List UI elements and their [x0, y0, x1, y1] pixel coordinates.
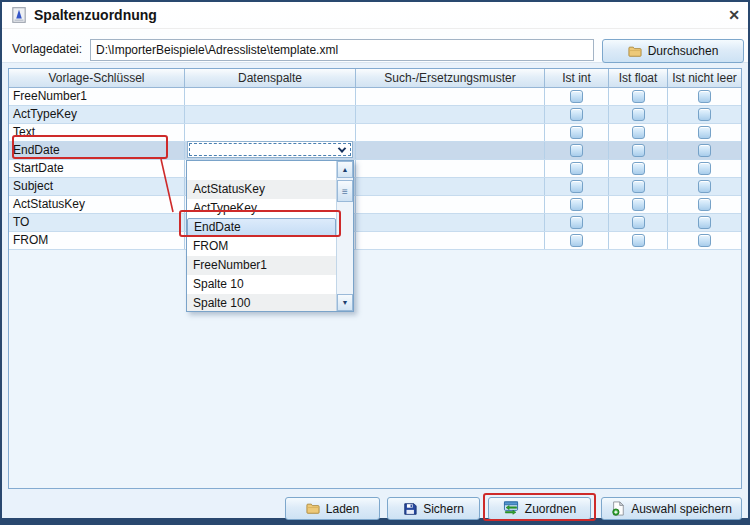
table-row-enddate-selected[interactable]: EndDate: [9, 142, 741, 160]
scroll-up-icon[interactable]: ▲: [337, 161, 353, 178]
checkbox-ist-float[interactable]: [632, 162, 645, 175]
checkbox-ist-float[interactable]: [632, 234, 645, 247]
cell-suchmuster[interactable]: [356, 124, 545, 141]
cell-key[interactable]: ActTypeKey: [9, 106, 185, 123]
cell-ist-int: [545, 178, 609, 195]
checkbox-ist-nicht-leer[interactable]: [698, 234, 711, 247]
cell-datenspalte[interactable]: [185, 106, 356, 123]
table-row-to[interactable]: TO: [9, 214, 741, 232]
checkbox-ist-nicht-leer[interactable]: [698, 90, 711, 103]
table-row-actstatuskey[interactable]: ActStatusKey: [9, 196, 741, 214]
cell-suchmuster[interactable]: [356, 232, 545, 249]
checkbox-ist-int[interactable]: [570, 90, 583, 103]
cell-key[interactable]: FreeNumber1: [9, 88, 185, 105]
checkbox-ist-int[interactable]: [570, 144, 583, 157]
table-row-freenumber1[interactable]: FreeNumber1: [9, 88, 741, 106]
dropdown-item-spalte-100[interactable]: Spalte 100: [187, 294, 336, 311]
dropdown-item-empty[interactable]: [187, 161, 336, 180]
cell-key[interactable]: EndDate: [9, 142, 185, 159]
cell-ist-nicht-leer: [668, 160, 741, 177]
cell-key[interactable]: FROM: [9, 232, 185, 249]
checkbox-ist-float[interactable]: [632, 144, 645, 157]
scrollbar-thumb[interactable]: ≡: [337, 180, 353, 202]
checkbox-ist-int[interactable]: [570, 234, 583, 247]
cell-suchmuster[interactable]: [356, 196, 545, 213]
checkbox-ist-int[interactable]: [570, 108, 583, 121]
dropdown-item-freenumber1[interactable]: FreeNumber1: [187, 256, 336, 275]
cell-key[interactable]: Text: [9, 124, 185, 141]
cell-ist-nicht-leer: [668, 124, 741, 141]
template-file-input[interactable]: [90, 39, 594, 61]
cell-suchmuster[interactable]: [356, 214, 545, 231]
checkbox-ist-nicht-leer[interactable]: [698, 180, 711, 193]
checkbox-ist-float[interactable]: [632, 216, 645, 229]
save-button[interactable]: Sichern: [387, 497, 480, 520]
cell-suchmuster[interactable]: [356, 88, 545, 105]
checkbox-ist-nicht-leer[interactable]: [698, 162, 711, 175]
table-row-text[interactable]: Text: [9, 124, 741, 142]
cell-key[interactable]: TO: [9, 214, 185, 231]
checkbox-ist-nicht-leer[interactable]: [698, 198, 711, 211]
table-row-acttypekey[interactable]: ActTypeKey: [9, 106, 741, 124]
save-selection-button[interactable]: Auswahl speichern: [601, 497, 742, 520]
dropdown-item-actstatuskey[interactable]: ActStatusKey: [187, 180, 336, 199]
cell-suchmuster[interactable]: [356, 178, 545, 195]
load-button[interactable]: Laden: [285, 497, 380, 520]
checkbox-ist-nicht-leer[interactable]: [698, 144, 711, 157]
combobox-dropdown-zone[interactable]: [333, 143, 351, 156]
cell-ist-int: [545, 214, 609, 231]
cell-ist-nicht-leer: [668, 232, 741, 249]
cell-datenspalte[interactable]: [185, 124, 356, 141]
checkbox-ist-int[interactable]: [570, 198, 583, 211]
assign-button[interactable]: Zuordnen: [488, 497, 591, 520]
checkbox-ist-float[interactable]: [632, 90, 645, 103]
cell-ist-int: [545, 88, 609, 105]
close-icon[interactable]: ✕: [724, 5, 744, 25]
checkbox-ist-int[interactable]: [570, 126, 583, 139]
dropdown-item-from[interactable]: FROM: [187, 237, 336, 256]
chevron-down-icon: [338, 144, 346, 152]
app-icon: [10, 6, 28, 24]
checkbox-ist-int[interactable]: [570, 216, 583, 229]
cell-ist-int: [545, 232, 609, 249]
table-row-subject[interactable]: Subject: [9, 178, 741, 196]
checkbox-ist-float[interactable]: [632, 180, 645, 193]
cell-ist-int: [545, 106, 609, 123]
save-selection-button-label: Auswahl speichern: [631, 502, 732, 516]
checkbox-ist-float[interactable]: [632, 108, 645, 121]
dropdown-item-acttypekey[interactable]: ActTypeKey: [187, 199, 336, 218]
checkbox-ist-int[interactable]: [570, 162, 583, 175]
column-header-ist-nicht-leer[interactable]: Ist nicht leer: [668, 69, 741, 87]
checkbox-ist-int[interactable]: [570, 180, 583, 193]
table-row-from[interactable]: FROM: [9, 232, 741, 250]
column-header-ist-int[interactable]: Ist int: [545, 69, 609, 87]
cell-datenspalte[interactable]: [185, 88, 356, 105]
cell-key[interactable]: Subject: [9, 178, 185, 195]
cell-suchmuster[interactable]: [356, 142, 545, 159]
checkbox-ist-nicht-leer[interactable]: [698, 108, 711, 121]
dropdown-item-spalte-10[interactable]: Spalte 10: [187, 275, 336, 294]
dropdown-scrollbar[interactable]: ▲ ≡ ▼: [336, 161, 353, 311]
checkbox-ist-nicht-leer[interactable]: [698, 126, 711, 139]
column-header-datenspalte[interactable]: Datenspalte: [185, 69, 356, 87]
scroll-down-icon[interactable]: ▼: [337, 294, 353, 311]
cell-suchmuster[interactable]: [356, 106, 545, 123]
checkbox-ist-float[interactable]: [632, 126, 645, 139]
cell-ist-float: [609, 232, 668, 249]
folder-icon: [306, 502, 320, 515]
cell-ist-nicht-leer: [668, 196, 741, 213]
column-header-vorlage-schluessel[interactable]: Vorlage-Schlüssel: [9, 69, 185, 87]
cell-ist-int: [545, 142, 609, 159]
column-header-ist-float[interactable]: Ist float: [609, 69, 668, 87]
table-row-startdate[interactable]: StartDate: [9, 160, 741, 178]
checkbox-ist-nicht-leer[interactable]: [698, 216, 711, 229]
column-header-suchmuster[interactable]: Such-/Ersetzungsmuster: [356, 69, 545, 87]
cell-suchmuster[interactable]: [356, 160, 545, 177]
cell-key[interactable]: ActStatusKey: [9, 196, 185, 213]
dropdown-item-enddate-selected[interactable]: EndDate: [187, 218, 336, 237]
browse-button[interactable]: Durchsuchen: [602, 39, 744, 63]
cell-key[interactable]: StartDate: [9, 160, 185, 177]
cell-ist-float: [609, 160, 668, 177]
checkbox-ist-float[interactable]: [632, 198, 645, 211]
datenspalte-combobox[interactable]: [187, 141, 353, 158]
